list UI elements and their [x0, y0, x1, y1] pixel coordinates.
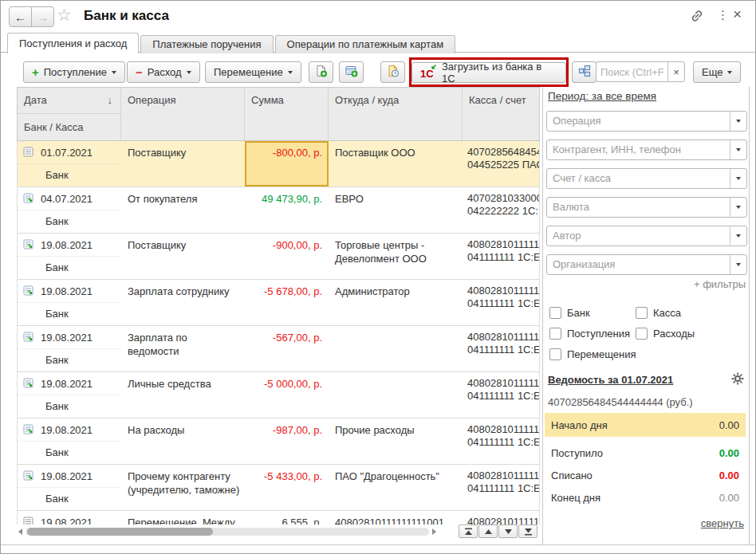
new-document-button[interactable]: [309, 61, 333, 83]
table-row[interactable]: 19.08.2021БанкПрочему контрагенту (учред…: [18, 465, 539, 511]
row-account-line2: 041111111 1С:Е: [467, 344, 539, 356]
checkbox-label: Банк: [567, 307, 590, 319]
load-from-bank-button[interactable]: 1С Загрузить из банка в 1С: [411, 62, 566, 83]
column-header-from-to[interactable]: Откуда / куда: [329, 88, 463, 140]
form-add-icon: [345, 65, 358, 80]
date-cell: 19.08.2021Банк: [18, 372, 121, 418]
get-link-icon[interactable]: [690, 9, 704, 23]
tab-receipts-expenses[interactable]: Поступления и расход: [7, 33, 139, 53]
gear-icon[interactable]: [731, 372, 744, 387]
column-header-date[interactable]: Дата: [24, 94, 47, 113]
receipt-button[interactable]: + Поступление: [23, 61, 125, 83]
more-button[interactable]: Еще: [693, 61, 741, 83]
row-amount: 49 473,90, р.: [245, 193, 322, 205]
dropdown-button[interactable]: [730, 140, 746, 159]
filter-combo[interactable]: Контрагент, ИНН, телефон: [546, 139, 747, 160]
table-row[interactable]: 19.08.2021БанкПоставщику-900,00, р.Торго…: [18, 234, 539, 280]
sort-descending-icon[interactable]: ↓: [108, 94, 113, 113]
forward-button[interactable]: →: [32, 6, 54, 27]
combo-placeholder: Организация: [547, 255, 746, 274]
column-header-account[interactable]: Касса / счет: [463, 88, 539, 140]
checkbox-box[interactable]: [549, 348, 561, 360]
back-button[interactable]: ←: [9, 6, 32, 27]
toolbar: + Поступление − Расход Перемещение: [1, 61, 756, 85]
scrollbar-track[interactable]: [26, 528, 429, 536]
checkbox-label: Расходы: [653, 328, 695, 340]
column-header-operation[interactable]: Операция: [121, 88, 245, 140]
date-cell: 19.08.2021Банк: [18, 465, 121, 510]
dropdown-button[interactable]: [730, 226, 746, 246]
collapse-link[interactable]: свернуть: [546, 517, 744, 529]
dropdown-button[interactable]: [730, 255, 746, 274]
filter-combo[interactable]: Операция: [546, 111, 747, 132]
table-row[interactable]: 19.08.2021БанкНа расходы-987,00, р.Прочи…: [18, 418, 539, 465]
dropdown-button[interactable]: [730, 112, 746, 131]
content-bottom-border: [1, 544, 756, 545]
filter-combo[interactable]: Счет / касса: [546, 168, 747, 189]
period-link[interactable]: Период: за все время: [548, 90, 656, 102]
checkbox-box[interactable]: [549, 328, 561, 340]
row-account-line2: 041111111 1С:Е: [467, 482, 539, 495]
dropdown-button[interactable]: [730, 198, 746, 217]
combo-placeholder: Автор: [547, 226, 746, 246]
table-row[interactable]: 19.08.2021БанкЗарплата сотруднику-5 678,…: [18, 280, 539, 326]
chevron-down-icon: [187, 71, 191, 74]
new-register-button[interactable]: [339, 61, 364, 83]
expense-button[interactable]: − Расход: [127, 61, 200, 83]
panel-divider[interactable]: [542, 87, 543, 544]
search-input[interactable]: [597, 62, 667, 81]
transfer-button-label: Перемещение: [214, 66, 283, 78]
row-bank-cash: Банк: [18, 210, 121, 232]
dropdown-button[interactable]: [730, 169, 746, 188]
column-header-bank-cash[interactable]: Банк / Касса: [18, 114, 120, 133]
filter-checkbox[interactable]: Перемещения: [549, 344, 636, 364]
statement-title-link[interactable]: Ведомость за 01.07.2021: [548, 374, 673, 386]
row-account-line1: 40802810111111: [467, 331, 539, 344]
more-menu-icon[interactable]: ⋮: [717, 8, 729, 22]
scroll-right-icon[interactable]: [432, 528, 436, 535]
search-clear-button[interactable]: ×: [667, 62, 684, 81]
table-row[interactable]: 19.08.2021БанкЛичные средства-5 000,00, …: [18, 372, 539, 418]
checkbox-box[interactable]: [636, 307, 648, 319]
table-row[interactable]: 19.08.2021Перемещение. Между6 555, р.408…: [18, 511, 539, 525]
close-icon[interactable]: ×: [733, 6, 742, 23]
scrollbar-thumb[interactable]: [27, 528, 213, 536]
filter-checkbox[interactable]: Расходы: [636, 323, 695, 344]
table-row[interactable]: 19.08.2021БанкЗарплата по ведомости-567,…: [18, 326, 539, 372]
scroll-left-icon[interactable]: [18, 528, 22, 535]
planned-payments-button[interactable]: [380, 61, 405, 83]
transfer-button[interactable]: Перемещение: [205, 61, 301, 83]
filter-combo[interactable]: Организация: [546, 254, 747, 275]
tab-payment-orders[interactable]: Платежные поручения: [140, 35, 273, 53]
go-to-last-row-button[interactable]: [518, 525, 537, 538]
go-to-first-row-button[interactable]: [459, 525, 478, 538]
search-field: ×: [596, 61, 685, 82]
filter-combo[interactable]: Валюта: [546, 197, 747, 218]
checkbox-box[interactable]: [636, 328, 648, 340]
table-row[interactable]: 04.07.2021БанкОт покупателя49 473,90, р.…: [18, 187, 539, 234]
table-row[interactable]: 01.07.2021БанкПоставщику-800,00, р.Поста…: [18, 141, 539, 187]
report-structure-button[interactable]: [572, 61, 597, 83]
checkbox-label: Поступления: [567, 328, 630, 340]
row-up-button[interactable]: [478, 525, 498, 538]
filter-checkbox[interactable]: Банк: [549, 302, 636, 323]
horizontal-scrollbar[interactable]: [18, 526, 436, 536]
panel-right-border: [749, 87, 750, 544]
document-clock-icon: [387, 65, 400, 80]
filter-combo[interactable]: Автор: [546, 226, 747, 246]
checkbox-box[interactable]: [549, 307, 561, 319]
row-down-button[interactable]: [498, 525, 518, 538]
posted-document-icon: [23, 332, 35, 343]
row-bank-cash: Банк: [18, 442, 121, 463]
filter-checkbox[interactable]: Поступления: [549, 323, 636, 344]
add-filters-link[interactable]: + фильтры: [546, 278, 746, 290]
posted-document-icon: [23, 239, 35, 250]
tab-card-operations[interactable]: Операции по платежным картам: [275, 35, 456, 53]
chevron-down-icon: [736, 177, 741, 180]
favorite-star-icon[interactable]: ☆: [57, 6, 72, 25]
operation-cell: На расходы: [121, 418, 245, 464]
column-header-amount[interactable]: Сумма: [245, 88, 329, 140]
row-date: 19.08.2021: [41, 470, 93, 482]
filter-checkbox[interactable]: Касса: [636, 302, 695, 323]
amount-cell: -987,00, р.: [245, 418, 329, 464]
